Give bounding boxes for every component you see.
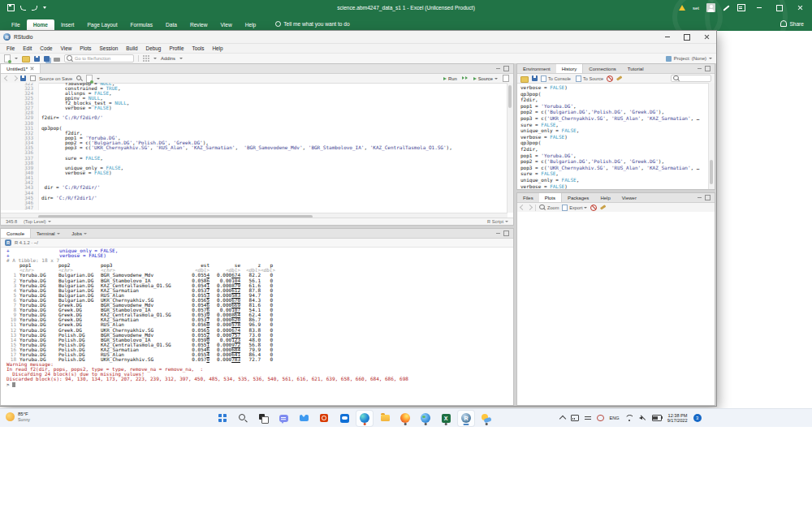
code-line[interactable]: 335 pop3 = c('UKR_Chernyakhiv.SG', 'RUS_… <box>1 145 508 150</box>
history-entry[interactable]: qp3pop( <box>520 91 709 97</box>
history-search-input[interactable] <box>671 75 711 83</box>
excel-tab-insert[interactable]: Insert <box>54 19 81 31</box>
close-icon[interactable] <box>30 67 34 71</box>
back-icon[interactable] <box>4 75 10 81</box>
qat-customize-caret-icon[interactable] <box>43 6 46 9</box>
clear-plots-icon[interactable] <box>600 205 606 209</box>
print-icon[interactable] <box>54 58 60 62</box>
undo-icon[interactable] <box>20 6 26 11</box>
rstudio-titlebar[interactable]: R RStudio <box>0 31 716 44</box>
battery-icon[interactable] <box>652 415 662 421</box>
network-status-icon[interactable] <box>571 415 579 421</box>
tab-environment[interactable]: Environment <box>517 64 556 73</box>
weather-widget[interactable]: 85°F Sunny <box>6 411 30 422</box>
minimize-pane-icon[interactable] <box>698 197 702 199</box>
notification-badge[interactable]: 3 <box>693 414 702 422</box>
rstudio-minimize-button[interactable] <box>658 31 677 43</box>
new-file-caret-icon[interactable] <box>15 58 18 59</box>
history-entry[interactable]: sure = FALSE, <box>520 170 709 177</box>
tab-jobs[interactable]: Jobs <box>66 229 93 238</box>
history-entry[interactable]: verbose = FALSE) <box>520 183 709 190</box>
load-history-icon[interactable] <box>520 76 529 83</box>
history-entry[interactable]: pop3 = c('UKR_Chernyakhiv.SG', 'RUS_Alan… <box>520 165 709 171</box>
addins-caret-icon[interactable] <box>179 58 183 59</box>
zoom-plot-button[interactable]: Zoom <box>539 205 559 211</box>
history-entry[interactable]: unique_only = FALSE, <box>520 127 709 134</box>
maximize-pane-icon[interactable] <box>705 195 710 200</box>
code-tools-caret-icon[interactable] <box>97 78 100 80</box>
forward-icon[interactable] <box>11 75 17 81</box>
open-file-icon[interactable] <box>22 56 30 62</box>
rstudio-app[interactable]: R <box>458 411 474 426</box>
rstudio-restore-button[interactable] <box>677 31 697 43</box>
tab-connections[interactable]: Connections <box>583 64 621 73</box>
menu-profile[interactable]: Profile <box>165 45 188 51</box>
excel-tab-home[interactable]: Home <box>27 19 54 31</box>
excel-restore-button[interactable] <box>773 2 786 14</box>
history-scrollbar[interactable] <box>708 83 715 189</box>
tab-console[interactable]: Console <box>1 229 31 238</box>
teams-chat-app[interactable] <box>275 411 292 426</box>
rstudio-close-button[interactable] <box>697 31 716 43</box>
excel-close-button[interactable] <box>793 2 806 14</box>
next-plot-icon[interactable] <box>527 205 533 210</box>
history-entry[interactable]: f2dir, <box>520 97 709 103</box>
task-view-button[interactable] <box>255 411 271 426</box>
to-console-button[interactable]: To Console <box>541 75 571 82</box>
tab-viewer[interactable]: Viewer <box>616 193 642 202</box>
menu-debug[interactable]: Debug <box>142 45 166 51</box>
source-button[interactable]: Source <box>473 76 498 81</box>
menu-code[interactable]: Code <box>36 45 56 51</box>
history-entry[interactable]: pop3 = c('UKR_Chernyakhiv.SG', 'RUS_Alan… <box>520 115 709 122</box>
menu-build[interactable]: Build <box>122 45 141 51</box>
taskbar-search-button[interactable] <box>235 411 251 426</box>
export-plot-button[interactable]: Export <box>562 205 587 211</box>
tab-help[interactable]: Help <box>594 193 615 202</box>
excel-app[interactable]: X <box>438 411 454 426</box>
excel-minimize-button[interactable] <box>753 2 766 14</box>
code-line[interactable]: 347 <box>1 205 508 210</box>
save-history-icon[interactable] <box>532 75 538 81</box>
earth-app[interactable] <box>417 411 434 426</box>
save-all-icon[interactable] <box>44 56 50 62</box>
history-entry[interactable]: pop2 = c('Bulgarian.DG','Polish.DG', 'Gr… <box>520 158 709 165</box>
scope-selector[interactable]: (Top Level) <box>24 219 51 224</box>
console-output[interactable]: + unique_only = FALSE,+ verbose = FALSE)… <box>1 247 513 405</box>
maximize-pane-icon[interactable] <box>503 66 509 71</box>
clear-history-icon[interactable] <box>616 75 622 80</box>
excel-tab-data[interactable]: Data <box>159 19 184 31</box>
code-tools-icon[interactable] <box>86 75 93 83</box>
history-list[interactable]: verbose = FALSE)qp3pop(f2dir,pop1 = 'Yor… <box>517 83 709 189</box>
volume-muted-icon[interactable] <box>639 415 646 421</box>
menu-help[interactable]: Help <box>208 45 227 51</box>
find-replace-icon[interactable] <box>76 75 83 82</box>
tab-packages[interactable]: Packages <box>562 193 594 202</box>
excel-tab-help[interactable]: Help <box>239 19 263 31</box>
sync-icon[interactable] <box>585 416 591 420</box>
history-entry[interactable]: verbose = FALSE) <box>520 134 709 140</box>
project-menu-button[interactable]: Project: (None) <box>666 56 712 62</box>
panes-caret-icon[interactable] <box>153 58 157 59</box>
workspace-panes-icon[interactable] <box>143 55 149 62</box>
goto-file-function-input[interactable]: Go to file/function <box>64 54 134 63</box>
tray-overflow-icon[interactable] <box>559 416 566 422</box>
source-tab-untitled1[interactable]: Untitled1* <box>1 64 41 73</box>
maximize-pane-icon[interactable] <box>705 66 710 71</box>
history-entry[interactable]: f2dir, <box>520 146 709 153</box>
addins-button[interactable]: Addins <box>161 56 175 61</box>
minimize-pane-icon[interactable] <box>496 233 500 235</box>
redo-icon[interactable] <box>32 6 37 11</box>
language-indicator[interactable]: ENG <box>610 416 620 420</box>
file-type-selector[interactable]: R Script <box>487 219 508 224</box>
inking-icon[interactable] <box>723 5 729 11</box>
history-entry[interactable]: verbose = FALSE) <box>520 84 709 91</box>
history-entry[interactable]: sure = FALSE, <box>520 122 709 128</box>
history-entry[interactable]: pop1 = 'Yoruba.DG', <box>520 153 709 159</box>
console-prompt[interactable]: > <box>6 382 513 387</box>
history-entry[interactable]: pop1 = 'Yoruba.DG', <box>520 103 709 110</box>
to-source-button[interactable]: To Source <box>574 75 603 82</box>
excel-tab-file[interactable]: File <box>5 19 27 31</box>
previous-plot-icon[interactable] <box>520 205 525 210</box>
minimize-pane-icon[interactable] <box>496 68 500 70</box>
menu-view[interactable]: View <box>57 45 76 51</box>
